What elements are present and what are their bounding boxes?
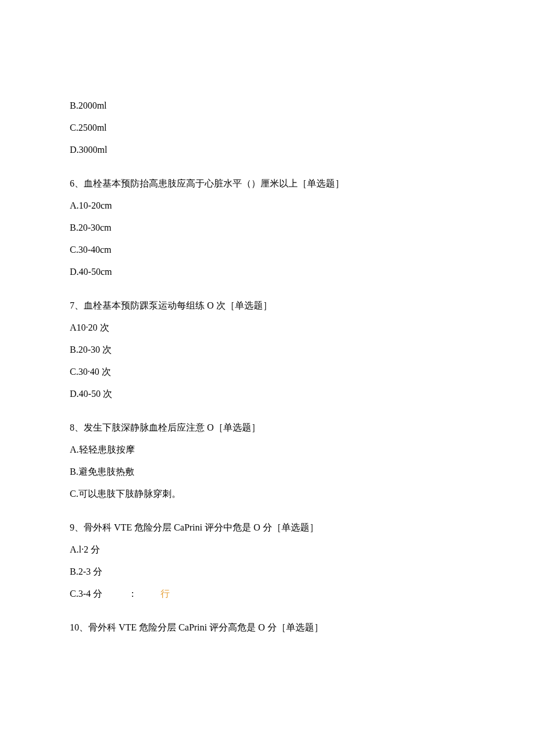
q5-option-d: D.3000ml xyxy=(70,143,465,157)
q6-option-c: C.30-40cm xyxy=(70,243,465,257)
q9-option-a: A.l·2 分 xyxy=(70,543,465,557)
q6-option-a: A.10-20cm xyxy=(70,199,465,213)
q9-option-c-extra: 行 xyxy=(160,587,170,601)
q5-option-c: C.2500ml xyxy=(70,121,465,135)
q6-stem: 6、血栓基本预防抬高患肢应高于心脏水平（）厘米以上［单选题］ xyxy=(70,177,465,191)
q7-stem: 7、血栓基本预防踝泵运动每组练 O 次［单选题］ xyxy=(70,299,465,313)
q7-option-c: C.30·40 次 xyxy=(70,365,465,379)
q8-stem: 8、发生下肢深静脉血栓后应注意 O［单选题］ xyxy=(70,421,465,435)
q5-option-b: B.2000ml xyxy=(70,99,465,113)
q8-option-a: A.轻轻患肢按摩 xyxy=(70,443,465,457)
q8-option-c: C.可以患肢下肢静脉穿刺。 xyxy=(70,487,465,501)
q6-option-b: B.20-30cm xyxy=(70,221,465,235)
q6-option-d: D.40-50cm xyxy=(70,265,465,279)
document-page: B.2000ml C.2500ml D.3000ml 6、血栓基本预防抬高患肢应… xyxy=(0,0,535,756)
q9-option-c: C.3-4 分 ：行 xyxy=(70,587,465,601)
q8-option-b: B.避免患肢热敷 xyxy=(70,465,465,479)
q7-option-d: D.40-50 次 xyxy=(70,387,465,401)
q10-stem: 10、骨外科 VTE 危险分层 CaPrini 评分高危是 O 分［单选题］ xyxy=(70,621,465,635)
q9-stem: 9、骨外科 VTE 危险分层 CaPrini 评分中危是 O 分［单选题］ xyxy=(70,521,465,535)
q9-option-b: B.2-3 分 xyxy=(70,565,465,579)
q9-option-c-text: C.3-4 分 xyxy=(70,587,102,601)
q9-option-c-colon: ： xyxy=(128,587,137,601)
q7-option-b: B.20-30 次 xyxy=(70,343,465,357)
q7-option-a: A10·20 次 xyxy=(70,321,465,335)
